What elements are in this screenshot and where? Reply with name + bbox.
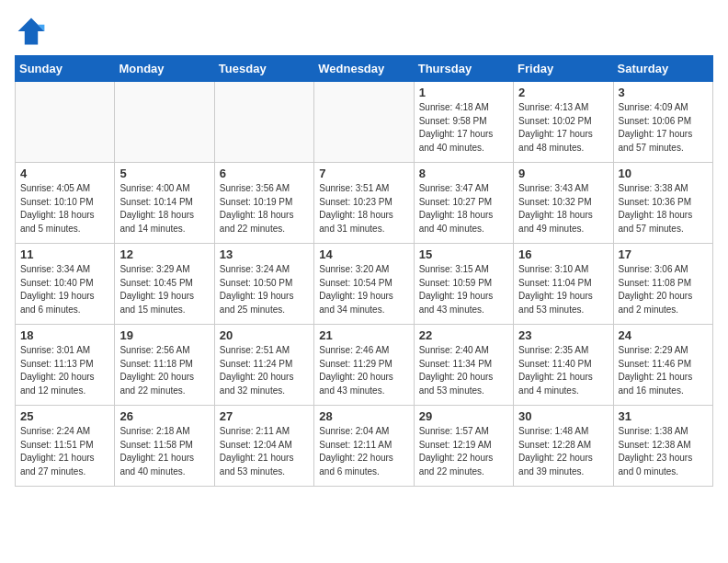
day-info: Sunrise: 2:40 AM Sunset: 11:34 PM Daylig… [419, 344, 508, 397]
day-info: Sunrise: 3:01 AM Sunset: 11:13 PM Daylig… [20, 344, 109, 397]
week-row-1: 4Sunrise: 4:05 AM Sunset: 10:10 PM Dayli… [16, 163, 713, 244]
week-row-2: 11Sunrise: 3:34 AM Sunset: 10:40 PM Dayl… [16, 244, 713, 325]
day-number: 12 [119, 247, 209, 261]
day-number: 3 [619, 86, 708, 99]
day-number: 7 [319, 167, 408, 180]
day-info: Sunrise: 4:13 AM Sunset: 10:02 PM Daylig… [518, 101, 608, 155]
day-info: Sunrise: 2:56 AM Sunset: 11:18 PM Daylig… [119, 344, 209, 397]
day-info: Sunrise: 4:00 AM Sunset: 10:14 PM Daylig… [119, 182, 209, 236]
svg-marker-0 [18, 18, 45, 45]
day-number: 5 [119, 167, 209, 180]
day-cell: 15Sunrise: 3:15 AM Sunset: 10:59 PM Dayl… [414, 244, 513, 325]
day-number: 4 [20, 167, 109, 180]
day-info: Sunrise: 2:46 AM Sunset: 11:29 PM Daylig… [319, 344, 408, 397]
day-number: 29 [419, 409, 508, 423]
week-row-4: 25Sunrise: 2:24 AM Sunset: 11:51 PM Dayl… [16, 406, 713, 487]
day-cell: 8Sunrise: 3:47 AM Sunset: 10:27 PM Dayli… [414, 163, 513, 244]
day-number: 31 [619, 409, 708, 423]
header-cell-tuesday: Tuesday [214, 56, 313, 82]
header-cell-monday: Monday [115, 56, 214, 82]
day-info: Sunrise: 2:24 AM Sunset: 11:51 PM Daylig… [20, 425, 109, 478]
day-number: 6 [220, 167, 309, 180]
day-number: 24 [619, 328, 708, 342]
day-info: Sunrise: 3:10 AM Sunset: 11:04 PM Daylig… [518, 263, 608, 316]
day-number: 27 [220, 409, 309, 423]
day-info: Sunrise: 3:29 AM Sunset: 10:45 PM Daylig… [119, 263, 209, 316]
day-number: 14 [319, 247, 408, 261]
day-info: Sunrise: 3:20 AM Sunset: 10:54 PM Daylig… [319, 263, 408, 316]
day-cell: 21Sunrise: 2:46 AM Sunset: 11:29 PM Dayl… [314, 325, 414, 406]
day-number: 26 [119, 409, 209, 423]
day-cell: 5Sunrise: 4:00 AM Sunset: 10:14 PM Dayli… [115, 163, 214, 244]
day-cell: 16Sunrise: 3:10 AM Sunset: 11:04 PM Dayl… [514, 244, 613, 325]
day-cell: 1Sunrise: 4:18 AM Sunset: 9:58 PM Daylig… [414, 82, 513, 163]
day-info: Sunrise: 4:05 AM Sunset: 10:10 PM Daylig… [20, 182, 109, 236]
day-cell: 12Sunrise: 3:29 AM Sunset: 10:45 PM Dayl… [115, 244, 214, 325]
day-info: Sunrise: 3:06 AM Sunset: 11:08 PM Daylig… [619, 263, 708, 316]
day-number: 21 [319, 328, 408, 342]
day-cell: 13Sunrise: 3:24 AM Sunset: 10:50 PM Dayl… [214, 244, 313, 325]
day-cell: 20Sunrise: 2:51 AM Sunset: 11:24 PM Dayl… [214, 325, 313, 406]
day-number: 20 [220, 328, 309, 342]
header-row: SundayMondayTuesdayWednesdayThursdayFrid… [16, 56, 713, 82]
day-cell: 2Sunrise: 4:13 AM Sunset: 10:02 PM Dayli… [514, 82, 613, 163]
day-number: 13 [220, 247, 309, 261]
day-number: 17 [619, 247, 708, 261]
day-cell: 9Sunrise: 3:43 AM Sunset: 10:32 PM Dayli… [514, 163, 613, 244]
day-cell: 28Sunrise: 2:04 AM Sunset: 12:11 AM Dayl… [314, 406, 414, 487]
day-info: Sunrise: 3:34 AM Sunset: 10:40 PM Daylig… [20, 263, 109, 316]
day-cell: 7Sunrise: 3:51 AM Sunset: 10:23 PM Dayli… [314, 163, 414, 244]
day-cell [115, 82, 214, 163]
day-info: Sunrise: 4:18 AM Sunset: 9:58 PM Dayligh… [419, 101, 508, 155]
header-cell-saturday: Saturday [613, 56, 712, 82]
day-number: 10 [619, 167, 708, 180]
week-row-3: 18Sunrise: 3:01 AM Sunset: 11:13 PM Dayl… [16, 325, 713, 406]
header-cell-wednesday: Wednesday [314, 56, 414, 82]
day-cell: 11Sunrise: 3:34 AM Sunset: 10:40 PM Dayl… [16, 244, 115, 325]
day-cell: 6Sunrise: 3:56 AM Sunset: 10:19 PM Dayli… [214, 163, 313, 244]
day-info: Sunrise: 2:35 AM Sunset: 11:40 PM Daylig… [518, 344, 608, 397]
day-number: 15 [419, 247, 508, 261]
day-cell: 30Sunrise: 1:48 AM Sunset: 12:28 AM Dayl… [514, 406, 613, 487]
day-cell: 18Sunrise: 3:01 AM Sunset: 11:13 PM Dayl… [16, 325, 115, 406]
day-number: 11 [20, 247, 109, 261]
day-cell: 29Sunrise: 1:57 AM Sunset: 12:19 AM Dayl… [414, 406, 513, 487]
day-info: Sunrise: 3:24 AM Sunset: 10:50 PM Daylig… [220, 263, 309, 316]
day-number: 16 [518, 247, 608, 261]
day-info: Sunrise: 2:18 AM Sunset: 11:58 PM Daylig… [119, 425, 209, 478]
day-info: Sunrise: 3:47 AM Sunset: 10:27 PM Daylig… [419, 182, 508, 236]
calendar-header: SundayMondayTuesdayWednesdayThursdayFrid… [16, 56, 713, 82]
calendar-body: 1Sunrise: 4:18 AM Sunset: 9:58 PM Daylig… [16, 82, 713, 487]
day-info: Sunrise: 1:38 AM Sunset: 12:38 AM Daylig… [619, 425, 708, 478]
day-info: Sunrise: 3:56 AM Sunset: 10:19 PM Daylig… [220, 182, 309, 236]
day-cell: 26Sunrise: 2:18 AM Sunset: 11:58 PM Dayl… [115, 406, 214, 487]
day-info: Sunrise: 2:51 AM Sunset: 11:24 PM Daylig… [220, 344, 309, 397]
day-number: 9 [518, 167, 608, 180]
day-cell: 24Sunrise: 2:29 AM Sunset: 11:46 PM Dayl… [613, 325, 712, 406]
header-cell-sunday: Sunday [16, 56, 115, 82]
day-info: Sunrise: 1:48 AM Sunset: 12:28 AM Daylig… [518, 425, 608, 478]
week-row-0: 1Sunrise: 4:18 AM Sunset: 9:58 PM Daylig… [16, 82, 713, 163]
day-cell: 31Sunrise: 1:38 AM Sunset: 12:38 AM Dayl… [613, 406, 712, 487]
day-info: Sunrise: 4:09 AM Sunset: 10:06 PM Daylig… [619, 101, 708, 155]
day-cell: 10Sunrise: 3:38 AM Sunset: 10:36 PM Dayl… [613, 163, 712, 244]
day-number: 22 [419, 328, 508, 342]
day-number: 8 [419, 167, 508, 180]
page-header [15, 15, 713, 48]
day-cell [214, 82, 313, 163]
day-number: 25 [20, 409, 109, 423]
header-cell-thursday: Thursday [414, 56, 513, 82]
day-cell: 27Sunrise: 2:11 AM Sunset: 12:04 AM Dayl… [214, 406, 313, 487]
day-info: Sunrise: 3:43 AM Sunset: 10:32 PM Daylig… [518, 182, 608, 236]
day-cell [314, 82, 414, 163]
day-cell [16, 82, 115, 163]
day-number: 30 [518, 409, 608, 423]
day-cell: 19Sunrise: 2:56 AM Sunset: 11:18 PM Dayl… [115, 325, 214, 406]
day-cell: 17Sunrise: 3:06 AM Sunset: 11:08 PM Dayl… [613, 244, 712, 325]
day-cell: 25Sunrise: 2:24 AM Sunset: 11:51 PM Dayl… [16, 406, 115, 487]
day-info: Sunrise: 1:57 AM Sunset: 12:19 AM Daylig… [419, 425, 508, 478]
header-cell-friday: Friday [514, 56, 613, 82]
logo [15, 15, 51, 48]
day-info: Sunrise: 2:29 AM Sunset: 11:46 PM Daylig… [619, 344, 708, 397]
day-info: Sunrise: 2:04 AM Sunset: 12:11 AM Daylig… [319, 425, 408, 478]
